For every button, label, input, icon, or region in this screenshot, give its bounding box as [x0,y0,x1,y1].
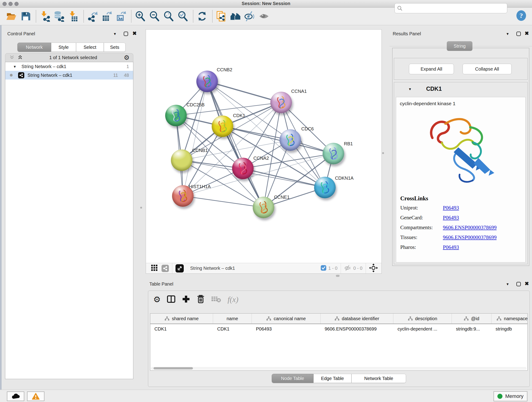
column-header-name[interactable]: name [213,313,252,324]
crosslink-value-link[interactable]: P06493 [443,215,459,221]
panel-menu-icon[interactable]: ▼ [506,32,509,36]
table-cell[interactable]: P06493 [252,326,321,332]
expand-all-button[interactable]: Expand All [409,64,454,74]
delete-table-icon[interactable] [211,295,222,304]
right-splitter-handle[interactable] [382,152,384,154]
tab-select[interactable]: Select [76,43,104,52]
bottom-splitter-handle[interactable] [336,275,340,277]
table-cell[interactable]: CDK1 [150,326,213,332]
import-network-from-database-icon[interactable] [54,11,65,22]
network-node-ccnb1[interactable] [171,149,192,171]
network-node-ccnb2[interactable] [196,70,218,92]
grid-view-icon[interactable] [151,264,158,272]
column-header-description[interactable]: description [393,313,452,324]
hidden-eye-slash-icon[interactable] [344,265,351,272]
table-cell[interactable]: cyclin-dependent ... [393,326,452,332]
tab-network-table[interactable]: Network Table [351,374,406,383]
network-edge[interactable] [243,168,325,187]
network-edge[interactable] [183,81,207,196]
network-canvas[interactable]: CCNB2CCNA1CDC25BCDK1CDC6RB1CCNB1CCNA2CDK… [146,30,381,263]
save-session-icon[interactable] [20,11,31,22]
network-edge[interactable] [182,160,325,187]
zoom-selected-icon[interactable] [177,11,188,22]
detach-view-icon[interactable] [176,264,184,273]
export-table-icon[interactable] [101,11,112,22]
network-node-ccna1[interactable] [270,92,292,113]
panel-float-icon[interactable] [516,32,521,36]
horizontal-scrollbar-thumb[interactable] [153,367,193,370]
tab-edge-table[interactable]: Edge Table [313,374,351,383]
panel-close-icon[interactable]: ✖ [525,281,529,286]
hide-glasses-icon[interactable] [244,11,255,22]
network-node-cdk1[interactable] [212,115,233,137]
panel-menu-icon[interactable]: ▼ [506,282,509,286]
tab-string[interactable]: String [447,41,472,51]
tab-style[interactable]: Style [51,43,76,52]
zoom-fit-icon[interactable] [163,11,174,22]
network-row-selected[interactable]: String Network – cdk1 11 48 [5,71,133,80]
eye-icon[interactable] [259,11,269,22]
gene-collapse-icon[interactable]: ▼ [408,87,412,91]
zoom-in-icon[interactable] [135,11,146,22]
column-header-databaseidentifier[interactable]: database identifier [321,313,393,324]
column-header-canonicalname[interactable]: canonical name [252,313,321,324]
import-network-icon[interactable] [39,11,51,22]
help-icon[interactable]: ? [516,10,526,21]
network-node-rb1[interactable] [323,143,344,164]
tab-node-table[interactable]: Node Table [272,374,313,383]
table-settings-gear-icon[interactable]: ⚙ [153,295,161,304]
panel-close-icon[interactable]: ✖ [525,31,529,36]
panel-float-icon[interactable] [124,32,128,36]
column-header-id[interactable]: @id [452,313,491,324]
table-cell[interactable]: 9606.ENSP00000378699 [321,326,393,332]
apply-layout-icon[interactable] [196,11,208,22]
warning-button[interactable] [27,391,44,401]
selected-checkbox-icon[interactable] [321,265,326,272]
collapse-all-chevron-icon[interactable] [9,55,14,61]
network-node-cdkn1a[interactable] [314,177,336,198]
table-cell[interactable]: stringdb [491,326,528,332]
column-header-namespace[interactable]: namespace [491,313,528,324]
export-network-icon[interactable] [87,11,98,22]
network-node-cdc25b[interactable] [165,105,187,126]
network-node-ccna2[interactable] [232,158,254,179]
column-header-sharedname[interactable]: shared name [150,313,213,324]
panel-float-icon[interactable] [516,282,521,286]
network-node-cdc6[interactable] [279,129,301,151]
network-edge[interactable] [183,196,264,207]
network-edge[interactable] [207,81,264,207]
network-node-ccne1[interactable] [253,197,274,218]
export-image-icon[interactable] [115,11,127,22]
show-columns-icon[interactable] [167,294,176,305]
navigator-crosshair-icon[interactable] [369,264,378,273]
network-edge[interactable] [207,81,281,102]
memory-button[interactable]: Memory [494,391,527,401]
network-collection-row[interactable]: ▼ String Network – cdk1 1 [5,62,133,71]
tab-sets[interactable]: Sets [104,43,126,52]
search-input[interactable] [404,6,507,11]
panel-menu-icon[interactable]: ▼ [113,32,117,36]
collapse-all-button[interactable]: Collapse All [462,64,512,74]
zoom-out-icon[interactable] [149,11,160,22]
expand-all-chevron-icon[interactable] [18,55,23,61]
import-table-icon[interactable] [68,11,79,22]
tab-network[interactable]: Network [17,43,51,52]
gear-icon[interactable]: ⚙ [124,55,129,61]
clone-network-icon[interactable] [216,11,227,22]
crosslink-value-link[interactable]: P06493 [443,244,459,250]
crosslink-value-link[interactable]: 9606.ENSP00000378699 [443,225,497,230]
table-cell[interactable]: CDK1 [213,326,252,332]
delete-column-icon[interactable] [196,294,205,305]
open-file-icon[interactable] [6,11,17,22]
collection-expand-icon[interactable]: ▼ [13,65,17,69]
crosslink-value-link[interactable]: P06493 [443,205,459,211]
left-splitter-handle[interactable] [140,207,142,209]
table-cell[interactable]: stringdb:9... [452,326,491,332]
add-column-icon[interactable] [182,295,190,304]
function-builder-icon[interactable]: f(x) [228,295,238,304]
panel-close-icon[interactable]: ✖ [133,31,137,36]
crosslink-value-link[interactable]: 9606.ENSP00000378699 [443,235,497,240]
cloud-button[interactable] [7,391,24,401]
table-row[interactable]: CDK1CDK1P064939606.ENSP00000378699cyclin… [150,324,527,334]
houses-icon[interactable] [230,11,241,22]
